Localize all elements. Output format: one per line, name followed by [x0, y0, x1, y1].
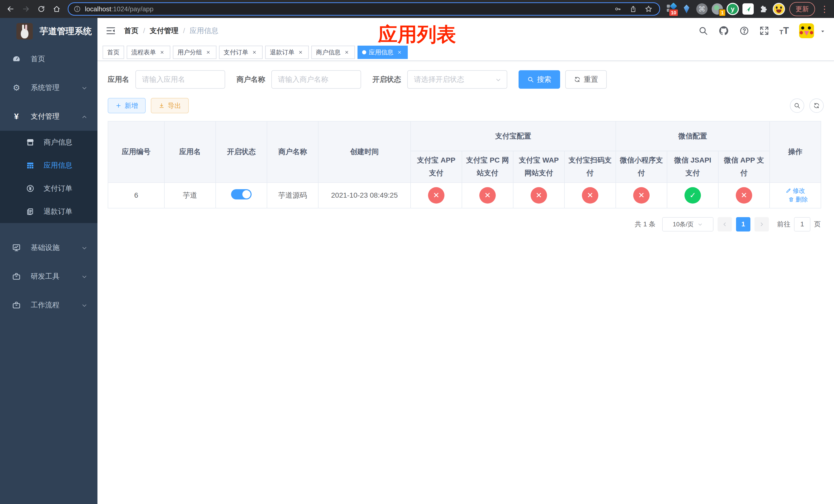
app-name-label: 应用名 [108, 75, 129, 84]
breadcrumb-payment[interactable]: 支付管理 [150, 26, 178, 36]
page-number-1[interactable]: 1 [736, 217, 750, 231]
col-group-alipay: 支付宝配置 [411, 121, 616, 151]
sidebar-item-label: 工作流程 [31, 300, 60, 310]
sidebar-item-app-info[interactable]: 应用信息 [0, 154, 97, 177]
wechat-app-status-icon: ✕ [736, 187, 752, 204]
sidebar-item-payment[interactable]: ¥ 支付管理 [0, 102, 97, 131]
extensions-puzzle-icon[interactable] [756, 2, 770, 16]
breadcrumb: 首页 / 支付管理 / 应用信息 [124, 26, 219, 36]
close-icon[interactable] [205, 49, 212, 56]
yen-circle-icon [25, 184, 36, 192]
share-icon[interactable] [628, 3, 639, 15]
browser-menu-icon[interactable]: ⋮ [819, 4, 830, 14]
search-button[interactable]: 搜索 [519, 70, 560, 89]
collapse-menu-icon[interactable] [106, 26, 116, 36]
toggle-search-button[interactable] [790, 98, 804, 113]
extension-doc-green[interactable] [741, 2, 755, 16]
tab-refund-order[interactable]: 退款订单 [265, 46, 309, 59]
browser-update-button[interactable]: 更新 [789, 2, 815, 16]
edit-link[interactable]: 修改 [786, 187, 805, 195]
prev-page-button[interactable] [718, 217, 732, 231]
add-button[interactable]: 新增 [108, 98, 146, 113]
col-wechat-mini: 微信小程序支付 [616, 151, 667, 183]
reload-button[interactable] [35, 2, 48, 16]
merchant-name-input[interactable] [271, 70, 361, 89]
tab-home[interactable]: 首页 [103, 46, 124, 59]
bookmark-star-icon[interactable] [643, 3, 654, 15]
forward-button[interactable] [19, 2, 33, 16]
page-size-select[interactable]: 10条/页 [662, 217, 714, 231]
profile-avatar[interactable] [772, 2, 786, 16]
extension-badge-orange: 1 [719, 9, 726, 17]
goto-label: 前往 [777, 220, 790, 229]
table-row: 6 芋道 芋道源码 2021-10-23 08:49:25 ✕ ✕ ✕ ✕ ✕ … [108, 183, 821, 208]
back-button[interactable] [4, 2, 18, 16]
extension-recorder[interactable]: 1 [710, 2, 724, 16]
goto-page-input[interactable] [794, 217, 810, 231]
password-key-icon[interactable] [612, 3, 623, 15]
status-toggle[interactable] [231, 189, 251, 200]
delete-link[interactable]: 删除 [788, 196, 808, 204]
tab-pay-order[interactable]: 支付订单 [219, 46, 263, 59]
briefcase-icon [10, 301, 23, 310]
sidebar-item-system[interactable]: ⚙ 系统管理 [0, 73, 97, 102]
search-icon[interactable] [698, 26, 708, 36]
breadcrumb-home[interactable]: 首页 [124, 26, 138, 36]
sidebar-item-label: 支付管理 [31, 112, 60, 121]
alipay-qr-status-icon: ✕ [582, 187, 598, 204]
close-icon[interactable] [251, 49, 258, 56]
document-icon [25, 207, 36, 215]
yen-icon: ¥ [10, 112, 23, 120]
url-bar[interactable]: localhost:1024/pay/app [68, 2, 660, 16]
site-info-icon[interactable] [73, 5, 81, 13]
extension-y-green[interactable]: y [726, 2, 740, 16]
col-alipay-app: 支付宝 APP 支付 [411, 151, 462, 183]
export-button[interactable]: 导出 [151, 98, 189, 113]
sidebar-item-merchant-info[interactable]: 商户信息 [0, 131, 97, 154]
extension-blue-diamond[interactable]: 10 [664, 2, 678, 16]
col-status: 开启状态 [216, 121, 267, 183]
sidebar-item-refund-order[interactable]: 退款订单 [0, 200, 97, 223]
sidebar-item-dev-tools[interactable]: 研发工具 [0, 262, 97, 291]
tab-process-form[interactable]: 流程表单 [127, 46, 170, 59]
sidebar-item-label: 首页 [31, 54, 45, 64]
reset-button[interactable]: 重置 [565, 70, 607, 89]
status-select-input[interactable] [407, 70, 507, 89]
tab-user-group[interactable]: 用户分组 [173, 46, 216, 59]
cell-app-id: 6 [108, 183, 164, 208]
logo-image [16, 23, 33, 40]
avatar-caret-icon[interactable] [820, 27, 826, 35]
col-wechat-app: 微信 APP 支付 [718, 151, 770, 183]
status-select[interactable] [407, 70, 507, 89]
gear-icon: ⚙ [10, 84, 23, 92]
refresh-table-button[interactable] [809, 98, 824, 113]
sidebar-item-workflow[interactable]: 工作流程 [0, 291, 97, 319]
col-app-name: 应用名 [164, 121, 216, 183]
fullscreen-icon[interactable] [760, 26, 769, 36]
chevron-up-icon [81, 112, 88, 120]
tab-merchant-info[interactable]: 商户信息 [311, 46, 355, 59]
pagination: 共 1 条 10条/页 1 前往 页 [108, 217, 821, 231]
close-icon[interactable] [158, 49, 166, 56]
sidebar-item-infrastructure[interactable]: 基础设施 [0, 233, 97, 262]
sidebar-item-pay-order[interactable]: 支付订单 [0, 177, 97, 200]
close-icon[interactable] [343, 49, 350, 56]
home-button[interactable] [50, 2, 64, 16]
user-avatar[interactable] [799, 23, 814, 38]
col-merchant: 商户名称 [267, 121, 318, 183]
chevron-down-icon [81, 272, 88, 280]
font-size-icon[interactable]: TT [780, 26, 789, 36]
next-page-button[interactable] [754, 217, 769, 231]
url-text[interactable]: localhost:1024/pay/app [85, 5, 153, 13]
help-icon[interactable] [739, 26, 749, 36]
github-icon[interactable] [718, 25, 729, 36]
extension-command[interactable]: ⌘ [695, 2, 709, 16]
close-icon[interactable] [396, 49, 403, 56]
close-icon[interactable] [297, 49, 304, 56]
app-name-input[interactable] [135, 70, 225, 89]
sidebar-item-home[interactable]: 首页 [0, 45, 97, 73]
sidebar-logo[interactable]: 芋道管理系统 [0, 18, 97, 45]
extension-kite[interactable] [680, 2, 694, 16]
breadcrumb-separator: / [143, 27, 145, 35]
chevron-down-icon [81, 301, 88, 309]
